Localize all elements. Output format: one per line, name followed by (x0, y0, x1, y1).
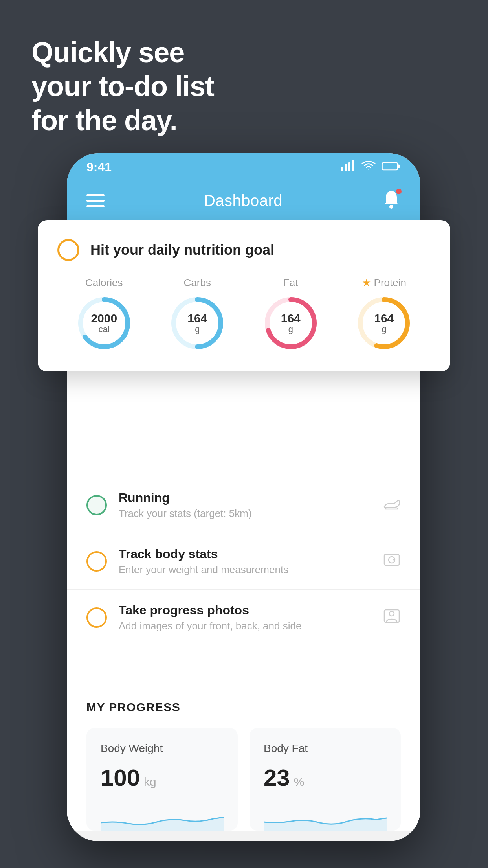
item-text-photos: Take progress photos Add images of your … (119, 603, 371, 632)
body-weight-number: 100 (101, 764, 140, 791)
svg-rect-6 (383, 163, 397, 169)
calories-item: Calories 2000 cal (75, 277, 134, 353)
protein-item: ★ Protein 164 g (354, 277, 413, 353)
item-title: Running (119, 491, 371, 505)
nutrition-checkbox[interactable] (57, 239, 79, 261)
body-fat-chart (264, 803, 387, 831)
signal-icon (341, 160, 355, 175)
body-fat-card[interactable]: Body Fat 23 % (250, 728, 401, 831)
nav-bar: Dashboard (67, 181, 420, 220)
nutrition-row: Calories 2000 cal Carbs (57, 277, 431, 353)
list-item[interactable]: Running Track your stats (target: 5km) (67, 477, 420, 533)
svg-rect-2 (348, 162, 350, 171)
calories-value: 2000 (91, 312, 117, 325)
card-title-row: Hit your daily nutrition goal (57, 239, 431, 261)
fat-unit: g (281, 325, 301, 334)
notification-bell[interactable] (382, 189, 401, 211)
svg-rect-5 (398, 164, 400, 168)
fat-circle: 164 g (261, 294, 320, 353)
floating-nutrition-card: Hit your daily nutrition goal Calories 2… (38, 220, 450, 371)
svg-rect-8 (384, 554, 399, 565)
body-weight-unit: kg (144, 775, 156, 789)
status-bar: 9:41 (67, 153, 420, 181)
svg-rect-3 (352, 160, 354, 171)
svg-rect-1 (345, 164, 347, 171)
carbs-circle: 164 g (168, 294, 227, 353)
body-fat-value: 23 % (264, 764, 387, 791)
svg-rect-0 (341, 167, 343, 171)
item-title: Track body stats (119, 547, 371, 561)
item-title: Take progress photos (119, 603, 371, 618)
calories-circle: 2000 cal (75, 294, 134, 353)
nav-title: Dashboard (204, 192, 283, 210)
fat-label: Fat (283, 277, 298, 289)
protein-unit: g (374, 325, 394, 334)
card-title: Hit your daily nutrition goal (90, 242, 274, 258)
protein-circle: 164 g (354, 294, 413, 353)
body-fat-number: 23 (264, 764, 290, 791)
protein-label: ★ Protein (362, 277, 406, 289)
battery-icon (382, 160, 401, 175)
scale-icon (383, 552, 401, 571)
item-text-bodystats: Track body stats Enter your weight and m… (119, 547, 371, 576)
todo-list: Running Track your stats (target: 5km) T… (67, 477, 420, 645)
body-fat-unit: % (294, 775, 305, 789)
time-display: 9:41 (86, 160, 112, 175)
body-weight-label: Body Weight (101, 742, 224, 755)
item-subtitle: Add images of your front, back, and side (119, 620, 371, 632)
progress-section-header: MY PROGRESS (86, 701, 401, 714)
hamburger-menu[interactable] (86, 194, 105, 207)
body-weight-card[interactable]: Body Weight 100 kg (86, 728, 238, 831)
list-item[interactable]: Track body stats Enter your weight and m… (67, 533, 420, 590)
item-checkbox-bodystats[interactable] (86, 551, 107, 572)
item-subtitle: Enter your weight and measurements (119, 564, 371, 576)
star-icon: ★ (362, 277, 371, 289)
list-item[interactable]: Take progress photos Add images of your … (67, 590, 420, 645)
protein-value: 164 (374, 312, 394, 325)
svg-point-13 (389, 611, 394, 616)
shoe-icon (383, 496, 401, 515)
svg-point-7 (389, 205, 393, 209)
status-icons (341, 160, 401, 175)
carbs-label: Carbs (184, 277, 211, 289)
item-checkbox-photos[interactable] (86, 607, 107, 628)
hero-text: Quickly see your to-do list for the day. (31, 35, 214, 137)
item-checkbox-running[interactable] (86, 495, 107, 515)
fat-value: 164 (281, 312, 301, 325)
person-icon (383, 608, 401, 627)
progress-cards: Body Weight 100 kg Body Fat (86, 728, 401, 831)
calories-label: Calories (85, 277, 123, 289)
body-weight-value: 100 kg (101, 764, 224, 791)
body-weight-chart (101, 803, 224, 831)
item-text-running: Running Track your stats (target: 5km) (119, 491, 371, 520)
carbs-value: 164 (187, 312, 207, 325)
body-fat-label: Body Fat (264, 742, 387, 755)
calories-unit: cal (91, 325, 117, 334)
fat-item: Fat 164 g (261, 277, 320, 353)
wifi-icon (361, 160, 376, 175)
carbs-item: Carbs 164 g (168, 277, 227, 353)
progress-section: MY PROGRESS Body Weight 100 kg (67, 681, 420, 831)
carbs-unit: g (187, 325, 207, 334)
item-subtitle: Track your stats (target: 5km) (119, 508, 371, 520)
